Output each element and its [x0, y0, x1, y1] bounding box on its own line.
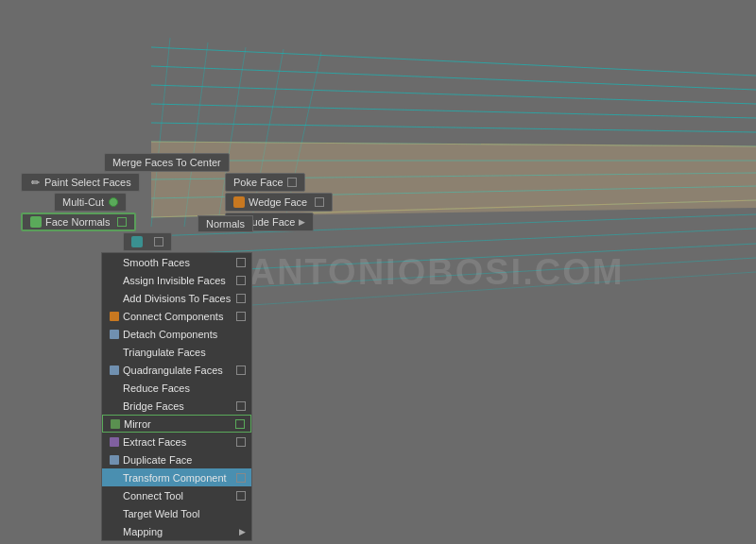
add-divisions-item[interactable]: Add Divisions To Faces: [102, 289, 251, 307]
triangulate-faces-label: Triangulate Faces: [123, 347, 246, 358]
poke-face-button[interactable]: Poke Face: [225, 173, 305, 192]
detach-components-label: Detach Components: [123, 329, 246, 340]
bridge-faces-icon: [108, 400, 120, 412]
connect-tool-icon: [108, 489, 120, 502]
reduce-faces-item[interactable]: Reduce Faces: [102, 379, 251, 397]
mirror-item[interactable]: Mirror: [102, 415, 251, 433]
poke-face-checkbox[interactable]: [287, 178, 297, 187]
extrude-face-icon: [131, 236, 143, 247]
extrude-face-button[interactable]: [123, 232, 172, 251]
add-divisions-checkbox[interactable]: [236, 294, 246, 303]
mapping-item[interactable]: Mapping ▶: [102, 522, 251, 540]
multi-cut-button[interactable]: Multi-Cut: [54, 193, 127, 212]
reduce-faces-label: Reduce Faces: [123, 382, 246, 394]
paint-select-label: Paint Select Faces: [44, 177, 131, 188]
target-weld-label: Target Weld Tool: [123, 508, 246, 519]
extract-faces-checkbox[interactable]: [236, 437, 246, 447]
smooth-faces-icon: [108, 256, 120, 268]
transform-component-checkbox[interactable]: [236, 473, 246, 483]
extract-faces-item[interactable]: Extract Faces: [102, 433, 251, 450]
detach-components-icon: [108, 328, 120, 340]
mapping-label: Mapping: [123, 526, 235, 537]
bevel-face-checkbox[interactable]: [315, 197, 324, 207]
quadrangulate-faces-checkbox[interactable]: [236, 366, 246, 375]
svg-line-3: [151, 104, 756, 118]
smooth-faces-checkbox[interactable]: [236, 258, 246, 267]
assign-invisible-label: Assign Invisible Faces: [123, 275, 231, 286]
extrude-face-checkbox[interactable]: [154, 237, 163, 246]
mapping-arrow: ▶: [239, 527, 246, 536]
bevel-face-label: Wedge Face: [249, 196, 307, 208]
poke-face-label: Poke Face: [233, 177, 284, 188]
assign-invisible-icon: [108, 274, 120, 286]
normals-label: Normals: [206, 218, 245, 230]
wedge-face-checkbox[interactable]: [117, 217, 127, 227]
connect-tool-label: Connect Tool: [123, 490, 231, 502]
quadrangulate-faces-icon: [108, 364, 120, 376]
multi-cut-label: Multi-Cut: [62, 196, 104, 208]
assign-invisible-checkbox[interactable]: [236, 276, 246, 285]
merge-faces-button[interactable]: Merge Faces To Center: [104, 153, 230, 172]
bevel-face-icon: [233, 196, 245, 208]
bridge-faces-item[interactable]: Bridge Faces: [102, 397, 251, 415]
transform-component-item[interactable]: Transform Component: [102, 468, 251, 486]
connect-components-label: Connect Components: [123, 311, 231, 322]
svg-line-4: [151, 123, 756, 132]
connect-components-icon: [108, 310, 120, 322]
smooth-faces-label: Smooth Faces: [123, 257, 231, 268]
context-menu: Smooth Faces Assign Invisible Faces Add …: [101, 252, 252, 541]
duplicate-face-item[interactable]: Duplicate Face: [102, 450, 251, 468]
connect-components-item[interactable]: Connect Components: [102, 307, 251, 325]
add-divisions-icon: [108, 292, 120, 304]
duplicate-face-icon: [108, 453, 120, 466]
connect-tool-checkbox[interactable]: [236, 491, 246, 501]
wedge-face-icon: [30, 216, 42, 228]
bevel-face-button[interactable]: Wedge Face: [225, 193, 333, 212]
add-divisions-label: Add Divisions To Faces: [123, 293, 231, 304]
mirror-label: Mirror: [124, 418, 230, 430]
assign-invisible-item[interactable]: Assign Invisible Faces: [102, 271, 251, 289]
connect-components-checkbox[interactable]: [236, 312, 246, 321]
extract-faces-icon: [108, 435, 120, 448]
detach-components-item[interactable]: Detach Components: [102, 325, 251, 343]
mapping-icon: [108, 525, 120, 537]
transform-component-label: Transform Component: [123, 472, 231, 484]
duplicate-face-label: Duplicate Face: [123, 454, 246, 466]
bridge-faces-checkbox[interactable]: [236, 401, 246, 411]
target-weld-icon: [108, 507, 120, 519]
wedge-face-label: Face Normals: [45, 216, 110, 228]
paint-select-button[interactable]: ✏ Paint Select Faces: [21, 173, 140, 192]
quadrangulate-faces-item[interactable]: Quadrangulate Faces: [102, 361, 251, 379]
wedge-face-button[interactable]: Face Normals: [21, 212, 136, 231]
normals-popup[interactable]: Normals: [198, 215, 253, 232]
target-weld-item[interactable]: Target Weld Tool: [102, 504, 251, 522]
face-normals-arrow: ▶: [299, 217, 305, 227]
mirror-icon: [109, 417, 121, 430]
transform-component-icon: [108, 471, 120, 484]
merge-faces-label: Merge Faces To Center: [112, 157, 221, 168]
extract-faces-label: Extract Faces: [123, 436, 231, 448]
triangulate-faces-item[interactable]: Triangulate Faces: [102, 343, 251, 361]
connect-tool-item[interactable]: Connect Tool: [102, 486, 251, 504]
bridge-faces-label: Bridge Faces: [123, 400, 231, 412]
smooth-faces-item[interactable]: Smooth Faces: [102, 253, 251, 271]
svg-line-2: [151, 85, 756, 104]
triangulate-faces-icon: [108, 346, 120, 358]
multi-cut-indicator: [109, 197, 118, 207]
pencil-icon: ✏: [29, 177, 41, 188]
mirror-checkbox[interactable]: [235, 419, 245, 429]
reduce-faces-icon: [108, 382, 120, 394]
quadrangulate-faces-label: Quadrangulate Faces: [123, 365, 231, 376]
